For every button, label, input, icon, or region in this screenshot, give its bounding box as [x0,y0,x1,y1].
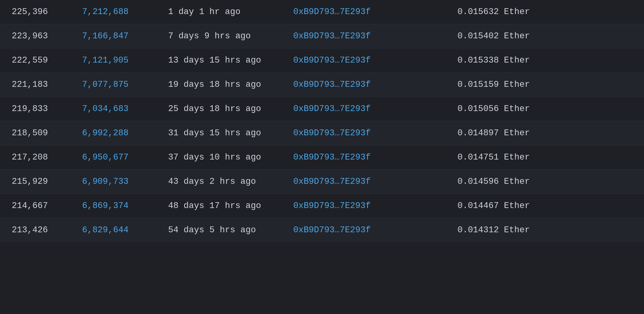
cell-value: 0.015338 Ether [457,56,575,65]
cell-address[interactable]: 0xB9D793…7E293f [293,56,457,65]
cell-number: 222,559 [12,56,82,65]
cell-block[interactable]: 7,121,905 [82,56,168,65]
table-row: 215,9296,909,73343 days 2 hrs ago0xB9D79… [0,170,644,194]
cell-block[interactable]: 6,950,677 [82,153,168,162]
cell-block[interactable]: 6,992,288 [82,128,168,138]
cell-time: 54 days 5 hrs ago [168,225,293,235]
cell-block[interactable]: 7,212,688 [82,7,168,17]
cell-time: 31 days 15 hrs ago [168,128,293,138]
cell-address[interactable]: 0xB9D793…7E293f [293,31,457,41]
cell-value: 0.015632 Ether [457,7,575,17]
cell-time: 19 days 18 hrs ago [168,80,293,90]
cell-address[interactable]: 0xB9D793…7E293f [293,201,457,211]
table-row: 218,5096,992,28831 days 15 hrs ago0xB9D7… [0,121,644,145]
cell-number: 214,667 [12,201,82,211]
cell-time: 25 days 18 hrs ago [168,104,293,114]
table-row: 221,1837,077,87519 days 18 hrs ago0xB9D7… [0,73,644,97]
cell-address[interactable]: 0xB9D793…7E293f [293,128,457,138]
cell-block[interactable]: 6,909,733 [82,177,168,187]
cell-value: 0.014312 Ether [457,225,575,235]
table-row: 214,6676,869,37448 days 17 hrs ago0xB9D7… [0,194,644,218]
cell-number: 213,426 [12,225,82,235]
cell-time: 37 days 10 hrs ago [168,153,293,162]
cell-block[interactable]: 6,829,644 [82,225,168,235]
cell-number: 218,509 [12,128,82,138]
cell-value: 0.015402 Ether [457,31,575,41]
table-row: 217,2086,950,67737 days 10 hrs ago0xB9D7… [0,145,644,170]
cell-number: 217,208 [12,153,82,162]
cell-value: 0.015159 Ether [457,80,575,90]
table-row: 213,4266,829,64454 days 5 hrs ago0xB9D79… [0,218,644,242]
cell-block[interactable]: 7,034,683 [82,104,168,114]
cell-block[interactable]: 7,166,847 [82,31,168,41]
cell-number: 223,963 [12,31,82,41]
cell-block[interactable]: 7,077,875 [82,80,168,90]
cell-value: 0.014751 Ether [457,153,575,162]
cell-time: 7 days 9 hrs ago [168,31,293,41]
cell-value: 0.014596 Ether [457,177,575,187]
cell-address[interactable]: 0xB9D793…7E293f [293,225,457,235]
cell-time: 13 days 15 hrs ago [168,56,293,65]
table-row: 219,8337,034,68325 days 18 hrs ago0xB9D7… [0,97,644,121]
cell-value: 0.015056 Ether [457,104,575,114]
cell-time: 48 days 17 hrs ago [168,201,293,211]
cell-block[interactable]: 6,869,374 [82,201,168,211]
cell-number: 215,929 [12,177,82,187]
cell-address[interactable]: 0xB9D793…7E293f [293,177,457,187]
cell-number: 221,183 [12,80,82,90]
table-row: 222,5597,121,90513 days 15 hrs ago0xB9D7… [0,48,644,73]
cell-address[interactable]: 0xB9D793…7E293f [293,153,457,162]
table-row: 225,3967,212,6881 day 1 hr ago0xB9D793…7… [0,0,644,24]
cell-address[interactable]: 0xB9D793…7E293f [293,104,457,114]
cell-time: 43 days 2 hrs ago [168,177,293,187]
cell-number: 225,396 [12,7,82,17]
cell-address[interactable]: 0xB9D793…7E293f [293,80,457,90]
cell-value: 0.014897 Ether [457,128,575,138]
cell-value: 0.014467 Ether [457,201,575,211]
table-row: 223,9637,166,8477 days 9 hrs ago0xB9D793… [0,24,644,48]
transactions-table: 225,3967,212,6881 day 1 hr ago0xB9D793…7… [0,0,644,242]
cell-number: 219,833 [12,104,82,114]
cell-address[interactable]: 0xB9D793…7E293f [293,7,457,17]
cell-time: 1 day 1 hr ago [168,7,293,17]
